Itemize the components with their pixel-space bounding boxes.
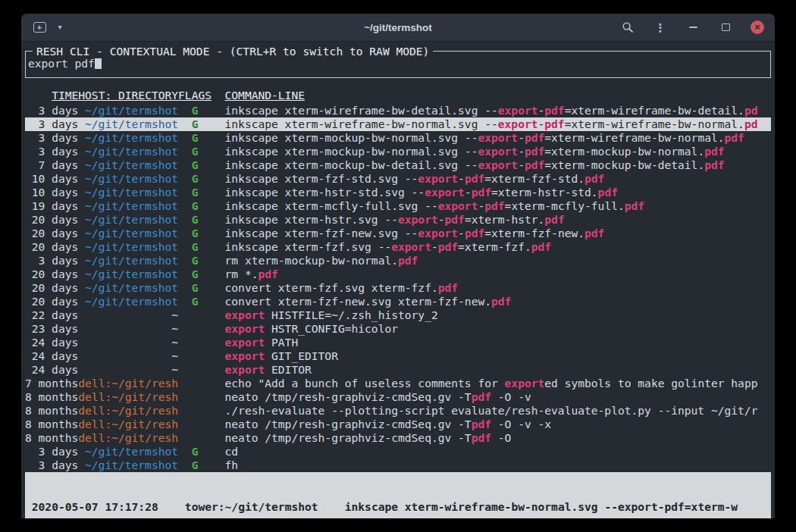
command-text: convert xterm-fzf.svg xterm-fzf. (225, 281, 438, 294)
history-row[interactable]: 20 days ~/git/termshot G rm *.pdf (25, 268, 771, 281)
command-text: echo "Add a bunch of useless comments fo… (225, 377, 505, 390)
history-row[interactable]: 3 days ~/git/termshot G inkscape xterm-w… (25, 117, 771, 131)
match-highlight: pdf (472, 431, 491, 444)
history-row[interactable]: 24 days ~ export GIT_EDITOR (25, 349, 771, 363)
minimize-icon (689, 27, 697, 28)
restore-button[interactable] (718, 18, 733, 36)
history-list: 3 days ~/git/termshot G inkscape xterm-w… (25, 104, 771, 472)
row-command: inkscape xterm-mcfly-full.svg --export-p… (212, 199, 771, 213)
row-flags: G (178, 254, 212, 268)
row-command: inkscape xterm-fzf.svg --export-pdf=xter… (212, 240, 771, 254)
history-row[interactable]: 20 days ~/git/termshot G convert xterm-f… (25, 281, 771, 295)
search-icon (622, 21, 634, 33)
row-command: inkscape xterm-mockup-bw-normal.svg --ex… (212, 145, 771, 158)
search-button[interactable] (620, 18, 635, 36)
close-button[interactable]: × (751, 20, 764, 34)
history-row[interactable]: 8 months dell:~/git/resh neato /tmp/resh… (25, 418, 771, 431)
row-time: 8 months (25, 431, 78, 445)
row-flags: G (178, 145, 212, 158)
row-host-directory: dell:~/git/resh (78, 404, 178, 418)
command-text: rm *. (225, 268, 259, 280)
match-highlight: pdf (484, 199, 504, 212)
command-text: neato /tmp/resh-graphviz-cmdSeq.gv -T (225, 431, 472, 444)
history-row[interactable]: 8 months dell:~/git/resh neato /tmp/resh… (25, 431, 771, 445)
row-host-directory: ~/git/termshot (78, 158, 178, 172)
history-row[interactable]: 10 days ~/git/termshot G inkscape xterm-… (25, 172, 771, 186)
command-text: -O -v (491, 390, 531, 403)
command-text: inkscape xterm-mcfly-full.svg -- (225, 199, 438, 212)
command-text: - (458, 172, 465, 185)
history-row[interactable]: 7 days ~/git/termshot G inkscape xterm-m… (25, 158, 771, 172)
row-time: 20 days (25, 281, 78, 295)
match-highlight: pdf (598, 186, 618, 199)
row-command: inkscape xterm-wireframe-bw-normal.svg -… (212, 117, 771, 131)
history-row[interactable]: 3 days ~/git/termshot G inkscape xterm-m… (25, 145, 771, 158)
row-host-directory: ~ (78, 336, 178, 349)
command-text: =xterm-hstr-std. (491, 186, 598, 199)
row-command: inkscape xterm-hstr.svg --export-pdf=xte… (212, 213, 771, 227)
row-time: 20 days (25, 213, 78, 227)
history-row[interactable]: 22 days ~ export HISTFILE=~/.zsh_history… (25, 308, 771, 322)
row-flags: G (178, 158, 212, 172)
match-highlight: pdf (525, 158, 544, 171)
history-row[interactable]: 7 months dell:~/git/resh echo "Add a bun… (25, 377, 771, 390)
history-row[interactable]: 8 months dell:~/git/resh neato /tmp/resh… (25, 390, 771, 404)
terminal-window: ~/git/termshot + ▾ ⋮ (21, 14, 775, 518)
row-command: inkscape xterm-mockup-bw-normal.svg --ex… (212, 131, 771, 145)
row-flags: G (178, 117, 212, 131)
history-row[interactable]: 20 days ~/git/termshot G convert xterm-f… (25, 295, 771, 308)
match-highlight: pdf (584, 227, 604, 239)
history-row[interactable]: 23 days ~ export HSTR_CONFIG=hicolor (25, 322, 771, 336)
history-row[interactable]: 24 days ~ export PATH (25, 336, 771, 349)
match-highlight: export (225, 363, 265, 376)
command-text: rm xterm-mockup-bw-normal. (225, 254, 398, 267)
history-row[interactable]: 20 days ~/git/termshot G inkscape xterm-… (25, 227, 771, 240)
status-command: inkscape xterm-wireframe-bw-normal.svg -… (345, 500, 738, 513)
history-row[interactable]: 3 days ~/git/termshot G fh (25, 458, 771, 472)
command-text: - (538, 104, 545, 117)
history-row[interactable]: 3 days ~/git/termshot G rm xterm-mockup-… (25, 254, 771, 268)
match-highlight: export (391, 240, 431, 253)
row-command: export HSTR_CONFIG=hicolor (212, 322, 771, 336)
command-text: EDITOR (265, 363, 312, 376)
command-text: PATH (265, 336, 298, 349)
new-tab-button[interactable]: + (32, 18, 47, 36)
row-host-directory: ~/git/termshot (78, 240, 178, 254)
command-text: =xterm-fzf-new. (484, 227, 584, 239)
menu-button[interactable]: ⋮ (653, 18, 668, 36)
minimize-button[interactable] (685, 18, 700, 36)
status-bar: 2020-05-07 17:17:28tower:~/git/termshoti… (25, 472, 771, 518)
command-text: - (465, 186, 472, 199)
tab-dropdown-button[interactable]: ▾ (52, 18, 67, 36)
history-row[interactable]: 19 days ~/git/termshot G inkscape xterm-… (25, 199, 771, 213)
history-row[interactable]: 24 days ~ export EDITOR (25, 363, 771, 377)
header-flags: FLAGS (178, 89, 212, 104)
row-command: inkscape xterm-wireframe-bw-detail.svg -… (212, 104, 771, 117)
match-highlight: pdf (438, 281, 458, 294)
match-highlight: pdf (398, 254, 418, 267)
match-highlight: export (505, 377, 545, 390)
history-row[interactable]: 20 days ~/git/termshot G inkscape xterm-… (25, 213, 771, 227)
row-time: 3 days (25, 117, 78, 131)
match-highlight: pdf (472, 186, 491, 199)
row-command: export HISTFILE=~/.zsh_history_2 (212, 308, 771, 322)
history-row[interactable]: 20 days ~/git/termshot G inkscape xterm-… (25, 240, 771, 254)
row-host-directory: ~ (78, 349, 178, 363)
row-host-directory: dell:~/git/resh (78, 418, 178, 431)
history-row[interactable]: 8 months dell:~/git/resh ./resh-evaluate… (25, 404, 771, 418)
history-row[interactable]: 3 days ~/git/termshot G inkscape xterm-m… (25, 131, 771, 145)
match-highlight: pdf (544, 104, 564, 117)
history-row[interactable]: 3 days ~/git/termshot G inkscape xterm-w… (25, 104, 771, 117)
row-command: rm *.pdf (212, 268, 771, 281)
row-flags (178, 363, 212, 377)
row-flags: G (178, 458, 212, 472)
row-time: 8 months (25, 418, 78, 431)
header-command-line: COMMAND-LINE (212, 89, 771, 104)
history-row[interactable]: 3 days ~/git/termshot G cd (25, 445, 771, 458)
row-time: 10 days (25, 172, 78, 186)
row-time: 8 months (25, 390, 78, 404)
command-text: - (538, 117, 545, 130)
history-row[interactable]: 10 days ~/git/termshot G inkscape xterm-… (25, 186, 771, 199)
match-highlight: export (478, 145, 518, 158)
match-highlight: pdf (544, 117, 564, 130)
